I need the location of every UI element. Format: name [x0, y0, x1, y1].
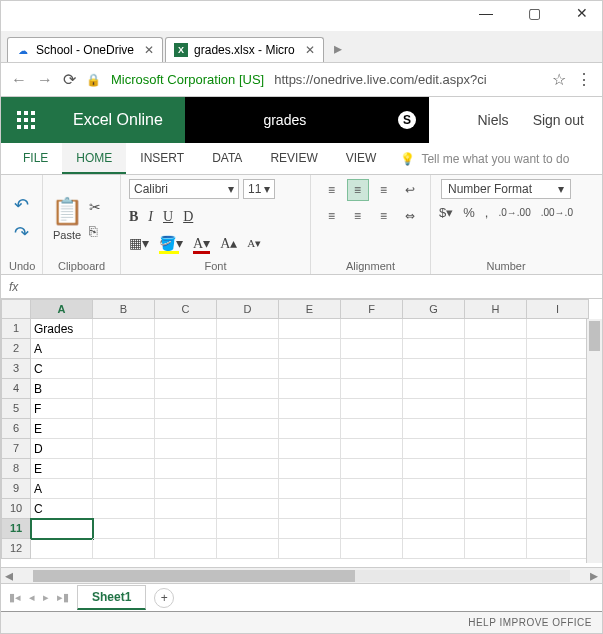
cell[interactable] [465, 439, 527, 459]
cell[interactable] [465, 399, 527, 419]
cell[interactable] [155, 339, 217, 359]
undo-button[interactable]: ↶ [14, 194, 29, 216]
cell[interactable]: E [31, 459, 93, 479]
paste-button[interactable]: Paste [53, 229, 81, 241]
cell[interactable] [527, 459, 589, 479]
cell[interactable] [341, 339, 403, 359]
cell[interactable] [527, 319, 589, 339]
sheet-nav-last[interactable]: ▸▮ [57, 591, 69, 604]
cell[interactable] [279, 459, 341, 479]
cell[interactable] [155, 439, 217, 459]
row-header[interactable]: 10 [1, 499, 31, 519]
cell[interactable] [217, 359, 279, 379]
scroll-right-icon[interactable]: ▸ [586, 566, 602, 583]
sheet-nav-first[interactable]: ▮◂ [9, 591, 21, 604]
cut-button[interactable]: ✂ [89, 199, 101, 215]
app-launcher-icon[interactable] [1, 97, 51, 143]
sheet-nav-prev[interactable]: ◂ [29, 591, 35, 604]
row-header[interactable]: 6 [1, 419, 31, 439]
cell[interactable] [93, 439, 155, 459]
cell[interactable] [217, 519, 279, 539]
cell[interactable] [527, 379, 589, 399]
formula-bar[interactable]: fx [1, 275, 602, 299]
italic-button[interactable]: I [148, 209, 153, 225]
cell[interactable] [217, 479, 279, 499]
close-icon[interactable]: ✕ [144, 43, 154, 57]
row-header[interactable]: 3 [1, 359, 31, 379]
cell[interactable] [465, 319, 527, 339]
cell[interactable] [155, 519, 217, 539]
cell[interactable] [341, 419, 403, 439]
row-header[interactable]: 2 [1, 339, 31, 359]
vertical-scrollbar[interactable] [586, 319, 602, 563]
cell[interactable] [217, 419, 279, 439]
align-middle-button[interactable]: ≡ [347, 179, 369, 201]
cell[interactable] [31, 539, 93, 559]
cell[interactable] [155, 459, 217, 479]
cell[interactable] [465, 359, 527, 379]
window-minimize[interactable]: — [472, 5, 500, 21]
row-header[interactable]: 1 [1, 319, 31, 339]
align-center-button[interactable]: ≡ [347, 205, 369, 227]
cell[interactable] [527, 479, 589, 499]
cell[interactable] [527, 339, 589, 359]
font-name-dropdown[interactable]: Calibri▾ [129, 179, 239, 199]
active-cell[interactable] [31, 519, 93, 539]
copy-button[interactable]: ⎘ [89, 223, 101, 239]
cell[interactable] [341, 399, 403, 419]
align-top-button[interactable]: ≡ [321, 179, 343, 201]
cell[interactable]: A [31, 479, 93, 499]
window-close[interactable]: ✕ [568, 5, 596, 21]
row-header[interactable]: 5 [1, 399, 31, 419]
wrap-text-button[interactable]: ↩ [399, 179, 421, 201]
cell[interactable] [527, 419, 589, 439]
cell[interactable] [155, 399, 217, 419]
bookmark-icon[interactable]: ☆ [552, 70, 566, 89]
col-header-d[interactable]: D [217, 299, 279, 319]
cell[interactable] [93, 319, 155, 339]
cell[interactable] [403, 539, 465, 559]
row-header[interactable]: 7 [1, 439, 31, 459]
tab-review[interactable]: REVIEW [256, 143, 331, 174]
fill-color-button[interactable]: 🪣▾ [159, 235, 183, 252]
tab-insert[interactable]: INSERT [126, 143, 198, 174]
new-tab-button[interactable]: ▸ [326, 35, 350, 62]
font-size-dropdown[interactable]: 11▾ [243, 179, 275, 199]
row-header[interactable]: 12 [1, 539, 31, 559]
row-header[interactable]: 11 [1, 519, 31, 539]
browser-tab-grades[interactable]: X grades.xlsx - Micro ✕ [165, 37, 324, 62]
scrollbar-thumb[interactable] [589, 321, 600, 351]
cell[interactable] [403, 339, 465, 359]
url-text[interactable]: https://onedrive.live.com/edit.aspx?ci [274, 72, 542, 87]
grow-font-button[interactable]: A▴ [220, 235, 237, 252]
cell[interactable] [403, 419, 465, 439]
sheet-tab[interactable]: Sheet1 [77, 585, 146, 610]
cell[interactable] [341, 359, 403, 379]
cell[interactable] [465, 499, 527, 519]
cell[interactable] [403, 359, 465, 379]
cell[interactable] [279, 359, 341, 379]
close-icon[interactable]: ✕ [305, 43, 315, 57]
cell[interactable] [403, 319, 465, 339]
cell[interactable] [465, 479, 527, 499]
row-header[interactable]: 4 [1, 379, 31, 399]
cell[interactable]: F [31, 399, 93, 419]
col-header-a[interactable]: A [31, 299, 93, 319]
scroll-left-icon[interactable]: ◂ [1, 566, 17, 583]
clipboard-icon[interactable]: 📋 [51, 196, 83, 227]
bold-button[interactable]: B [129, 209, 138, 225]
cell[interactable] [279, 519, 341, 539]
cell[interactable] [93, 479, 155, 499]
merge-button[interactable]: ⇔ [399, 205, 421, 227]
col-header-h[interactable]: H [465, 299, 527, 319]
forward-button[interactable]: → [37, 71, 53, 89]
align-left-button[interactable]: ≡ [321, 205, 343, 227]
cell[interactable] [341, 519, 403, 539]
cell[interactable] [341, 459, 403, 479]
cell[interactable] [279, 399, 341, 419]
browser-menu-icon[interactable]: ⋮ [576, 70, 592, 89]
cell[interactable] [93, 539, 155, 559]
cell[interactable] [403, 499, 465, 519]
cell[interactable] [527, 359, 589, 379]
cell[interactable] [527, 399, 589, 419]
